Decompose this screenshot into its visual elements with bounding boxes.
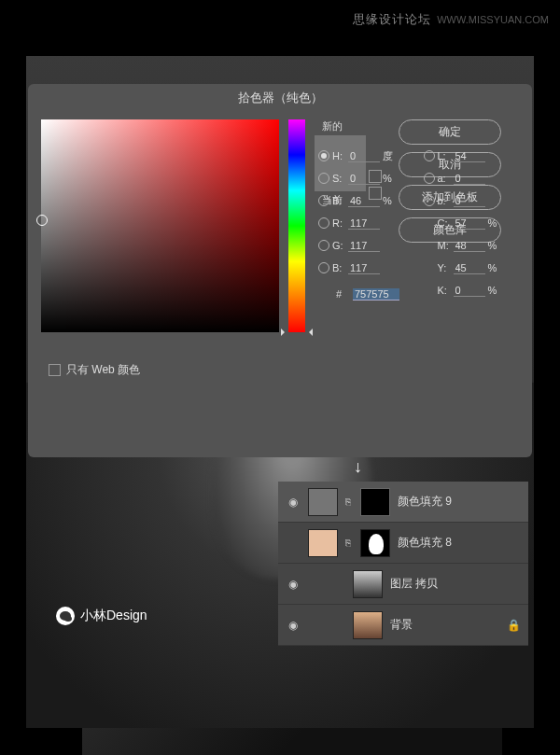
arrow-annotation: ↓ bbox=[354, 457, 362, 477]
checkbox-icon[interactable] bbox=[49, 364, 61, 376]
radio-b2[interactable] bbox=[424, 195, 435, 206]
radio-r[interactable] bbox=[318, 217, 329, 229]
layer-row[interactable]: ◉ 图层 拷贝 bbox=[278, 564, 528, 605]
watermark: 思缘设计论坛WWW.MISSYUAN.COM bbox=[353, 11, 549, 28]
dialog-title: 拾色器（纯色） bbox=[28, 84, 532, 112]
saturation-value-field[interactable] bbox=[41, 119, 279, 332]
layers-panel: ◉ ⎘ 颜色填充 9 ⎘ 颜色填充 8 ◉ 图层 拷贝 ◉ 背景 🔒 bbox=[278, 482, 528, 646]
layer-mask[interactable] bbox=[360, 488, 390, 516]
l-input[interactable] bbox=[454, 150, 485, 162]
visibility-icon[interactable]: ◉ bbox=[286, 619, 301, 632]
h-input[interactable] bbox=[348, 150, 380, 162]
a-input[interactable] bbox=[454, 173, 485, 185]
layer-row[interactable]: ⎘ 颜色填充 8 bbox=[278, 523, 528, 564]
designer-credit: 小林Design bbox=[56, 607, 147, 625]
layer-mask[interactable] bbox=[360, 529, 390, 557]
layer-name[interactable]: 颜色填充 8 bbox=[398, 535, 452, 551]
layer-name[interactable]: 背景 bbox=[390, 617, 413, 633]
visibility-icon[interactable]: ◉ bbox=[286, 578, 301, 591]
color-picker-dialog: 拾色器（纯色） 新的 当前 确定 取消 添加到色板 颜色库 H:度 bbox=[28, 84, 532, 457]
layer-thumb[interactable] bbox=[308, 488, 338, 516]
radio-a[interactable] bbox=[424, 173, 435, 184]
layer-row[interactable]: ◉ ⎘ 颜色填充 9 bbox=[278, 482, 528, 523]
c-input[interactable] bbox=[454, 217, 485, 230]
ok-button[interactable]: 确定 bbox=[399, 119, 501, 145]
color-values: H:度 L: S:% a: B:% b: R: C:% G: M:% B: Y:… bbox=[318, 146, 519, 304]
layer-thumb[interactable] bbox=[353, 611, 383, 639]
radio-s[interactable] bbox=[318, 173, 329, 184]
hex-input[interactable] bbox=[353, 288, 399, 301]
radio-g[interactable] bbox=[318, 240, 329, 251]
k-input[interactable] bbox=[454, 285, 485, 297]
web-only-checkbox[interactable]: 只有 Web 颜色 bbox=[49, 362, 140, 378]
radio-h[interactable] bbox=[318, 150, 329, 161]
link-icon: ⎘ bbox=[345, 538, 353, 548]
m-input[interactable] bbox=[454, 240, 485, 252]
b-input[interactable] bbox=[348, 195, 380, 207]
radio-bc[interactable] bbox=[318, 262, 329, 273]
radio-b[interactable] bbox=[318, 195, 329, 206]
layer-thumb[interactable] bbox=[353, 570, 383, 598]
layer-name[interactable]: 颜色填充 9 bbox=[398, 494, 452, 510]
g-input[interactable] bbox=[348, 240, 380, 252]
lock-icon: 🔒 bbox=[507, 619, 521, 632]
radio-l[interactable] bbox=[424, 150, 435, 161]
r-input[interactable] bbox=[348, 217, 380, 230]
visibility-icon[interactable]: ◉ bbox=[286, 496, 301, 509]
bc-input[interactable] bbox=[348, 262, 380, 274]
y-input[interactable] bbox=[454, 262, 485, 274]
hue-slider[interactable] bbox=[288, 119, 305, 332]
layer-name[interactable]: 图层 拷贝 bbox=[390, 576, 438, 592]
link-icon: ⎘ bbox=[345, 496, 353, 507]
new-label: 新的 bbox=[322, 119, 389, 133]
b2-input[interactable] bbox=[454, 195, 485, 207]
s-input[interactable] bbox=[348, 173, 380, 185]
wechat-icon bbox=[56, 607, 75, 625]
layer-row[interactable]: ◉ 背景 🔒 bbox=[278, 605, 528, 646]
layer-thumb[interactable] bbox=[308, 529, 338, 557]
